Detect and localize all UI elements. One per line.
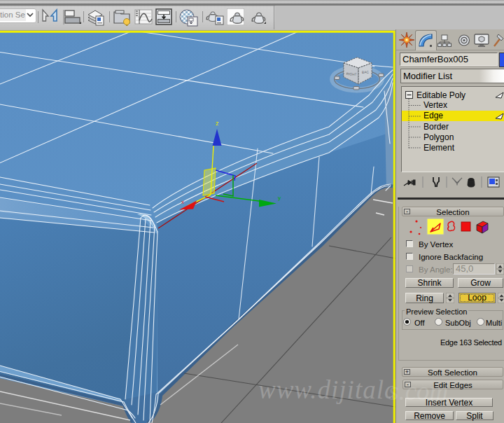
svg-text:BAC: BAC	[362, 70, 370, 74]
svg-text:x: x	[181, 199, 184, 205]
svg-text:z: z	[216, 120, 219, 127]
svg-text:www.dijitalder: www.dijitalder	[258, 375, 396, 404]
svg-text:y: y	[278, 195, 281, 201]
svg-text:RIGHT: RIGHT	[346, 72, 356, 76]
